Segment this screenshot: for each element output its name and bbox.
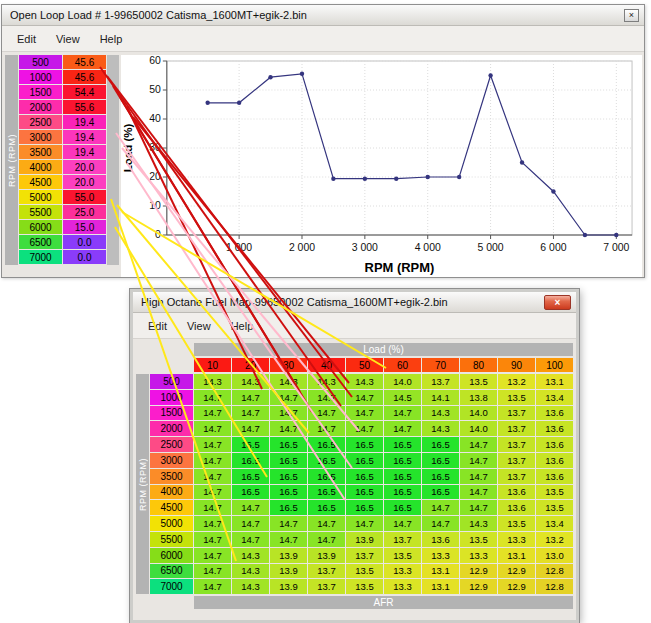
afr-cell[interactable]: 13.6 [536,453,573,468]
afr-cell[interactable]: 16.5 [232,485,269,500]
afr-cell[interactable]: 14.7 [270,516,307,531]
afr-cell[interactable]: 14.7 [346,390,383,405]
afr-cell[interactable]: 16.5 [422,453,459,468]
load-col-header[interactable]: 90 [498,358,535,372]
afr-cell[interactable]: 16.5 [308,500,345,515]
afr-cell[interactable]: 13.2 [536,532,573,547]
afr-cell[interactable]: 13.6 [498,500,535,515]
rpm-header-cell[interactable]: 3500 [19,145,62,159]
afr-cell[interactable]: 12.8 [536,564,573,579]
afr-cell[interactable]: 13.9 [270,548,307,563]
load-value-cell[interactable]: 19.4 [63,115,106,129]
afr-cell[interactable]: 13.6 [536,421,573,436]
afr-cell[interactable]: 14.7 [422,500,459,515]
afr-cell[interactable]: 14.3 [422,406,459,421]
afr-cell[interactable]: 13.7 [308,579,345,594]
afr-cell[interactable]: 13.5 [536,485,573,500]
afr-cell[interactable]: 12.8 [536,579,573,594]
afr-cell[interactable]: 14.7 [194,421,231,436]
afr-cell[interactable]: 16.5 [308,485,345,500]
afr-cell[interactable]: 13.4 [536,390,573,405]
afr-cell[interactable]: 13.5 [536,500,573,515]
afr-cell[interactable]: 16.5 [270,453,307,468]
rpm-row-header[interactable]: 3000 [150,453,193,468]
afr-cell[interactable]: 13.9 [346,532,383,547]
afr-cell[interactable]: 14.7 [308,532,345,547]
rpm-header-cell[interactable]: 4000 [19,160,62,174]
afr-cell[interactable]: 13.6 [498,485,535,500]
rpm-row-header[interactable]: 500 [150,374,193,389]
afr-cell[interactable]: 14.7 [232,532,269,547]
rpm-header-cell[interactable]: 5000 [19,190,62,204]
afr-cell[interactable]: 13.7 [498,421,535,436]
afr-cell[interactable]: 14.7 [308,390,345,405]
afr-cell[interactable]: 14.7 [422,516,459,531]
afr-cell[interactable]: 14.7 [460,453,497,468]
afr-cell[interactable]: 14.7 [232,500,269,515]
afr-cell[interactable]: 14.3 [346,374,383,389]
afr-cell[interactable]: 14.3 [422,421,459,436]
rpm-row-header[interactable]: 6500 [150,564,193,579]
afr-cell[interactable]: 13.1 [422,579,459,594]
load-col-header[interactable]: 50 [346,358,383,372]
afr-cell[interactable]: 14.7 [232,406,269,421]
afr-cell[interactable]: 13.7 [498,453,535,468]
afr-cell[interactable]: 14.7 [194,437,231,452]
afr-cell[interactable]: 16.5 [384,453,421,468]
afr-cell[interactable]: 13.7 [384,532,421,547]
afr-cell[interactable]: 13.7 [498,437,535,452]
rpm-header-cell[interactable]: 4500 [19,175,62,189]
afr-cell[interactable]: 13.9 [270,579,307,594]
close-icon[interactable]: × [624,9,639,22]
load-value-cell[interactable]: 20.0 [63,175,106,189]
menu-item-help[interactable]: Help [221,317,264,335]
afr-cell[interactable]: 13.7 [308,564,345,579]
open-loop-titlebar[interactable]: Open Loop Load # 1-99650002 Catisma_1600… [2,5,644,26]
afr-cell[interactable]: 14.7 [194,500,231,515]
afr-cell[interactable]: 13.7 [346,548,383,563]
rpm-header-cell[interactable]: 1000 [19,70,62,84]
afr-cell[interactable]: 13.9 [308,548,345,563]
rpm-row-header[interactable]: 5500 [150,532,193,547]
afr-cell[interactable]: 14.7 [194,390,231,405]
rpm-header-cell[interactable]: 6000 [19,220,62,234]
load-value-cell[interactable]: 45.6 [63,70,106,84]
afr-cell[interactable]: 14.7 [194,548,231,563]
afr-cell[interactable]: 14.7 [308,406,345,421]
afr-cell[interactable]: 16.5 [346,500,383,515]
afr-cell[interactable]: 13.1 [498,548,535,563]
load-value-cell[interactable]: 55.0 [63,190,106,204]
afr-cell[interactable]: 16.5 [270,500,307,515]
afr-cell[interactable]: 14.3 [232,548,269,563]
rpm-row-header[interactable]: 3500 [150,469,193,484]
afr-cell[interactable]: 14.7 [270,421,307,436]
rpm-header-cell[interactable]: 1500 [19,85,62,99]
afr-cell[interactable]: 13.7 [498,469,535,484]
afr-cell[interactable]: 16.5 [346,453,383,468]
afr-cell[interactable]: 13.6 [536,437,573,452]
afr-cell[interactable]: 13.6 [536,469,573,484]
rpm-row-header[interactable]: 1000 [150,390,193,405]
afr-cell[interactable]: 14.3 [232,374,269,389]
afr-cell[interactable]: 14.7 [194,532,231,547]
afr-cell[interactable]: 14.1 [422,390,459,405]
afr-cell[interactable]: 14.3 [460,516,497,531]
afr-cell[interactable]: 14.3 [194,374,231,389]
afr-cell[interactable]: 14.7 [460,485,497,500]
afr-cell[interactable]: 13.8 [460,390,497,405]
afr-cell[interactable]: 14.7 [194,579,231,594]
load-value-cell[interactable]: 45.6 [63,55,106,69]
rpm-header-cell[interactable]: 5500 [19,205,62,219]
rpm-header-cell[interactable]: 500 [19,55,62,69]
load-value-cell[interactable]: 20.0 [63,160,106,174]
rpm-row-header[interactable]: 4500 [150,500,193,515]
rpm-header-cell[interactable]: 7000 [19,250,62,264]
afr-cell[interactable]: 14.7 [232,421,269,436]
afr-cell[interactable]: 13.0 [536,548,573,563]
afr-cell[interactable]: 14.7 [384,406,421,421]
afr-cell[interactable]: 14.7 [460,469,497,484]
load-value-cell[interactable]: 55.6 [63,100,106,114]
afr-cell[interactable]: 13.3 [384,579,421,594]
afr-cell[interactable]: 14.7 [460,500,497,515]
afr-cell[interactable]: 14.7 [194,469,231,484]
